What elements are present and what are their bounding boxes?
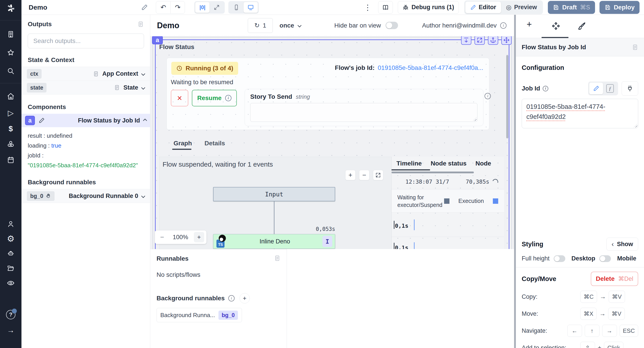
story-textarea[interactable] bbox=[250, 103, 478, 122]
flow-job-id-link[interactable]: 0191085e-5baa-81ef-4774-c9ef4f0a... bbox=[378, 64, 483, 71]
bg-runnable-item[interactable]: Background Runna... bg_0 bbox=[156, 308, 242, 322]
panel-resizer[interactable] bbox=[514, 15, 516, 348]
fullscreen-button[interactable] bbox=[474, 36, 485, 45]
zoom-in-button[interactable]: + bbox=[194, 232, 204, 242]
template-input-mode-button[interactable]: ƒ bbox=[603, 83, 617, 94]
chevron-left-icon: ‹ bbox=[612, 240, 614, 248]
rename-pencil-icon[interactable] bbox=[38, 117, 45, 124]
edit-title-pencil-icon[interactable] bbox=[141, 4, 148, 11]
workspace-icon[interactable] bbox=[6, 30, 15, 39]
expand-down-button[interactable] bbox=[461, 36, 471, 45]
anchor-button[interactable] bbox=[488, 36, 498, 45]
audit-eye-icon[interactable] bbox=[6, 279, 15, 287]
desktop-view-button[interactable] bbox=[244, 2, 258, 13]
home-icon[interactable] bbox=[6, 92, 15, 101]
tab-details[interactable]: Details bbox=[204, 140, 225, 148]
tab-global-styling[interactable] bbox=[577, 22, 586, 31]
docs-book-button[interactable] bbox=[378, 1, 393, 14]
search-outputs-input[interactable] bbox=[28, 34, 144, 48]
tab-preview[interactable]: ◎ Preview bbox=[501, 2, 542, 13]
tab-timeline[interactable]: Timeline bbox=[396, 160, 422, 167]
info-icon[interactable]: i bbox=[500, 22, 506, 29]
resize-handle[interactable] bbox=[473, 117, 476, 121]
full-width-layout-button[interactable] bbox=[210, 2, 224, 13]
collapse-sidebar-icon[interactable]: → bbox=[6, 326, 15, 334]
help-icon[interactable]: ? bbox=[6, 310, 16, 319]
tab-node-status[interactable]: Node status bbox=[431, 160, 466, 167]
draft-button[interactable]: Draft ⌘S bbox=[548, 1, 595, 14]
show-label: Show bbox=[617, 241, 633, 248]
add-selection-label: Add to selection: bbox=[522, 344, 580, 348]
delete-label: Delete bbox=[596, 275, 614, 282]
chevron-down-icon[interactable] bbox=[141, 194, 145, 198]
deploy-button[interactable]: Deploy bbox=[600, 1, 640, 14]
tab-editor[interactable]: Editor bbox=[465, 2, 501, 13]
more-menu-button[interactable]: ⋮ bbox=[364, 3, 372, 12]
desktop-toggle[interactable] bbox=[599, 255, 611, 262]
favorites-star-icon[interactable] bbox=[6, 48, 15, 57]
schedule-dropdown[interactable]: once bbox=[280, 22, 301, 29]
resources-icon[interactable] bbox=[6, 140, 15, 149]
full-height-toggle[interactable] bbox=[554, 255, 565, 262]
info-icon[interactable]: i bbox=[484, 93, 491, 99]
redo-button[interactable]: ↷ bbox=[170, 1, 185, 14]
mobile-view-button[interactable] bbox=[229, 2, 244, 13]
refresh-count: 1 bbox=[263, 22, 266, 29]
chevron-up-icon[interactable] bbox=[143, 118, 147, 122]
debug-runs-button[interactable]: Debug runs (1) bbox=[398, 1, 459, 14]
tab-node-definition[interactable]: Node bbox=[476, 160, 491, 167]
canvas-scrollbar[interactable] bbox=[506, 55, 508, 138]
runs-icon[interactable]: ▷ bbox=[6, 108, 15, 117]
flow-node-step[interactable]: TS Inline Deno I bbox=[213, 234, 335, 249]
selected-component-tag[interactable]: a bbox=[152, 36, 163, 44]
show-styling-button[interactable]: ‹ Show bbox=[606, 238, 638, 251]
zoom-out-button[interactable]: − bbox=[157, 233, 167, 241]
static-input-mode-button[interactable] bbox=[589, 83, 603, 94]
delete-component-button[interactable]: Delete ⌘Del bbox=[591, 272, 638, 286]
panel-doc-icon[interactable] bbox=[274, 255, 280, 261]
add-bg-runnable-button[interactable]: + bbox=[240, 293, 250, 303]
tab-graph[interactable]: Graph bbox=[174, 140, 192, 148]
graph-zoom-in-button[interactable]: + bbox=[345, 170, 356, 180]
info-icon: i bbox=[228, 295, 234, 301]
search-icon[interactable] bbox=[6, 67, 15, 75]
chevron-down-icon[interactable] bbox=[141, 86, 145, 90]
refresh-count-box[interactable]: ↻ 1 bbox=[248, 18, 273, 33]
schedules-calendar-icon[interactable] bbox=[6, 155, 15, 164]
tab-insert-component[interactable]: + bbox=[526, 19, 532, 29]
hide-bar-toggle[interactable] bbox=[386, 22, 398, 29]
graph-zoom-out-button[interactable]: − bbox=[359, 170, 370, 180]
info-icon[interactable]: i bbox=[543, 86, 548, 91]
ctx-row[interactable]: ctx App Context bbox=[22, 67, 150, 81]
bg-runnable-row[interactable]: bg_0 Background Runnable 0 bbox=[22, 189, 150, 203]
spinner-icon bbox=[492, 178, 499, 186]
main-sidebar: ▷ $ ⚙ ? → bbox=[0, 0, 22, 348]
resize-handle[interactable] bbox=[634, 124, 637, 127]
jobid-key: jobId bbox=[28, 152, 40, 159]
settings-gear-icon[interactable]: ⚙ bbox=[6, 234, 15, 243]
workers-robot-icon[interactable] bbox=[6, 249, 15, 258]
graph-fullscreen-button[interactable] bbox=[373, 170, 383, 180]
centered-layout-button[interactable]: |0| bbox=[195, 2, 210, 13]
flow-node-input[interactable]: Input bbox=[213, 187, 335, 201]
folders-icon[interactable] bbox=[6, 264, 15, 273]
windmill-logo-icon[interactable] bbox=[6, 4, 15, 13]
account-icon[interactable] bbox=[6, 220, 15, 228]
component-row-a[interactable]: a Flow Status by Job Id bbox=[22, 114, 150, 127]
job-id-textarea[interactable]: 0191085e-5baa-81ef-4774- c9ef4f0a92d2 bbox=[522, 99, 638, 128]
connect-input-button[interactable] bbox=[622, 81, 638, 96]
undo-button[interactable]: ↶ bbox=[156, 1, 170, 14]
tab-component-settings[interactable] bbox=[551, 22, 560, 31]
runnables-empty-text: No scripts/flows bbox=[156, 271, 280, 278]
panel-doc-icon[interactable] bbox=[632, 44, 638, 50]
runnables-panel: Runnables No scripts/flows Background ru… bbox=[150, 249, 287, 348]
variables-icon[interactable]: $ bbox=[6, 124, 15, 133]
resume-button[interactable]: Resume i bbox=[192, 90, 237, 106]
state-row[interactable]: state State bbox=[22, 81, 150, 94]
app-canvas[interactable]: a Flow Status Running (3 of 4) bbox=[150, 36, 514, 249]
cancel-button[interactable]: × bbox=[171, 90, 188, 106]
panel-doc-icon[interactable] bbox=[138, 21, 144, 27]
move-button[interactable] bbox=[501, 36, 512, 45]
chevron-down-icon[interactable] bbox=[141, 72, 145, 76]
horizontal-scrollbar[interactable] bbox=[392, 171, 474, 173]
